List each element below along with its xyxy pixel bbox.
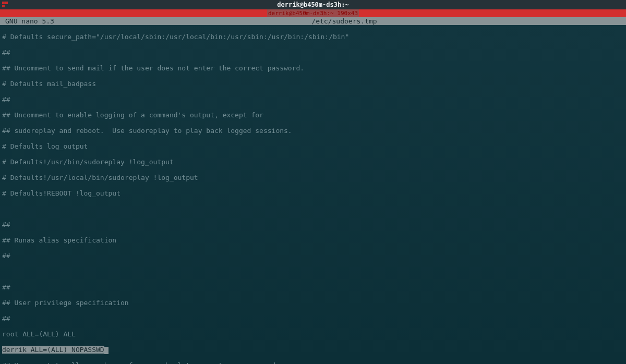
editor-line: ## xyxy=(2,95,624,103)
tmux-status-bar: derrik@b450m-ds3h:~ 190x43 xyxy=(0,9,626,17)
editor-line: # Defaults mail_badpass xyxy=(2,80,624,88)
editor-line: ## sudoreplay and reboot. Use sudoreplay… xyxy=(2,127,624,135)
editor-line: ## xyxy=(2,48,624,56)
editor-line: ## Uncomment to enable logging of a comm… xyxy=(2,111,624,119)
editor-line xyxy=(2,268,624,275)
svg-rect-0 xyxy=(2,2,5,4)
tmux-session-info: derrik@b450m-ds3h:~ 190x43 xyxy=(267,9,359,17)
editor-line: # Defaults!REBOOT !log_output xyxy=(2,189,624,197)
editor-line: # Defaults!/usr/bin/sudoreplay !log_outp… xyxy=(2,158,624,166)
window-titlebar: derrik@b450m-ds3h:~ xyxy=(0,0,626,9)
cursor-line-content: derrik ALL=(ALL) NOPASSWD xyxy=(2,346,104,354)
nano-app-name: GNU nano 5.3 xyxy=(2,17,54,25)
window-title: derrik@b450m-ds3h:~ xyxy=(277,1,348,9)
nano-header-bar: GNU nano 5.3 /etc/sudoers.tmp xyxy=(0,17,626,25)
editor-line: ## xyxy=(2,221,624,228)
svg-rect-1 xyxy=(5,2,8,4)
editor-line: # Defaults log_output xyxy=(2,142,624,150)
editor-line: ## xyxy=(2,314,624,322)
nano-filename: /etc/sudoers.tmp xyxy=(311,17,377,25)
editor-line: # Defaults!/usr/local/bin/sudoreplay !lo… xyxy=(2,174,624,181)
editor-line xyxy=(2,205,624,213)
editor-line: ## Runas alias specification xyxy=(2,236,624,244)
nano-editor-area[interactable]: # Defaults secure_path="/usr/local/sbin:… xyxy=(0,25,626,364)
text-cursor xyxy=(104,347,109,354)
svg-rect-2 xyxy=(2,5,5,7)
editor-line: ## User privilege specification xyxy=(2,299,624,307)
terminal-icon xyxy=(2,2,8,8)
editor-cursor-line: derrik ALL=(ALL) NOPASSWD xyxy=(2,346,624,354)
editor-line: # Defaults secure_path="/usr/local/sbin:… xyxy=(2,33,624,41)
editor-line: ## xyxy=(2,252,624,260)
editor-line: ## Uncomment to allow members of group w… xyxy=(2,361,624,364)
editor-line: ## Uncomment to send mail if the user do… xyxy=(2,64,624,72)
editor-line: root ALL=(ALL) ALL xyxy=(2,330,624,338)
editor-line: ## xyxy=(2,283,624,291)
